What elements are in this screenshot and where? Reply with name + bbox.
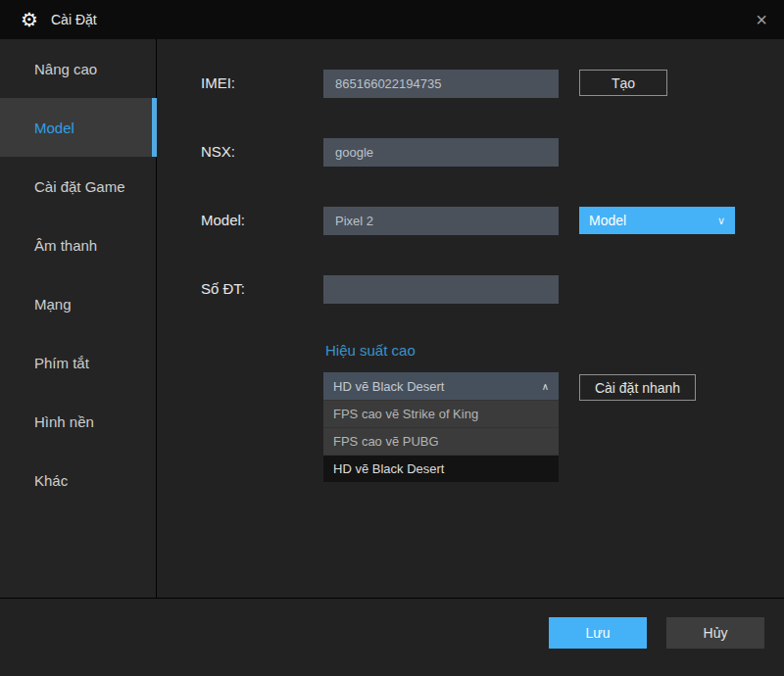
sidebar-item-model[interactable]: Model	[0, 98, 156, 157]
model-input[interactable]	[323, 207, 559, 235]
model-preset-dropdown-label: Model	[589, 213, 626, 228]
sidebar-item-cai-dat-game[interactable]: Cài đặt Game	[0, 157, 156, 216]
window-title: Cài Đặt	[51, 0, 97, 39]
performance-option-pubg[interactable]: FPS cao vẽ PUBG	[323, 427, 559, 455]
imei-input[interactable]	[323, 70, 559, 98]
performance-dropdown-selected: HD vẽ Black Desert	[333, 379, 444, 394]
sidebar-item-phim-tat[interactable]: Phím tắt	[0, 333, 156, 392]
performance-option-strike-of-king[interactable]: FPS cao vẽ Strike of King	[323, 400, 559, 427]
phone-label: Số ĐT:	[201, 280, 245, 297]
performance-dropdown-header[interactable]: HD vẽ Black Desert ∧	[323, 372, 559, 400]
sidebar-item-am-thanh[interactable]: Âm thanh	[0, 216, 156, 274]
sidebar-item-hinh-nen[interactable]: Hình nền	[0, 392, 156, 451]
nsx-label: NSX:	[201, 143, 235, 160]
sidebar-item-mang[interactable]: Mạng	[0, 274, 156, 333]
chevron-up-icon: ∧	[542, 381, 549, 392]
sidebar-item-nang-cao[interactable]: Nâng cao	[0, 39, 156, 98]
sidebar-item-khac[interactable]: Khác	[0, 451, 156, 509]
cancel-button[interactable]: Hủy	[666, 617, 764, 649]
footer-divider	[0, 598, 784, 599]
performance-option-black-desert[interactable]: HD vẽ Black Desert	[323, 455, 559, 482]
model-preset-dropdown[interactable]: Model ∨	[579, 207, 735, 234]
quick-setup-button[interactable]: Cài đặt nhanh	[579, 374, 696, 401]
settings-window: ⚙ Cài Đặt × Nâng cao Model Cài đặt Game …	[0, 0, 784, 676]
sidebar: Nâng cao Model Cài đặt Game Âm thanh Mạn…	[0, 39, 157, 598]
phone-input[interactable]	[323, 275, 559, 304]
nsx-input[interactable]	[323, 138, 559, 167]
chevron-down-icon: ∨	[717, 215, 725, 227]
generate-imei-button[interactable]: Tạo	[579, 70, 667, 96]
performance-dropdown-list: FPS cao vẽ Strike of King FPS cao vẽ PUB…	[323, 400, 559, 482]
close-icon[interactable]: ×	[748, 6, 775, 33]
save-button[interactable]: Lưu	[549, 617, 647, 649]
imei-label: IMEI:	[201, 74, 235, 91]
gear-icon: ⚙	[21, 7, 38, 32]
model-label: Model:	[201, 212, 245, 228]
performance-section-title: Hiệu suất cao	[325, 342, 416, 359]
title-bar: ⚙ Cài Đặt ×	[0, 0, 784, 39]
